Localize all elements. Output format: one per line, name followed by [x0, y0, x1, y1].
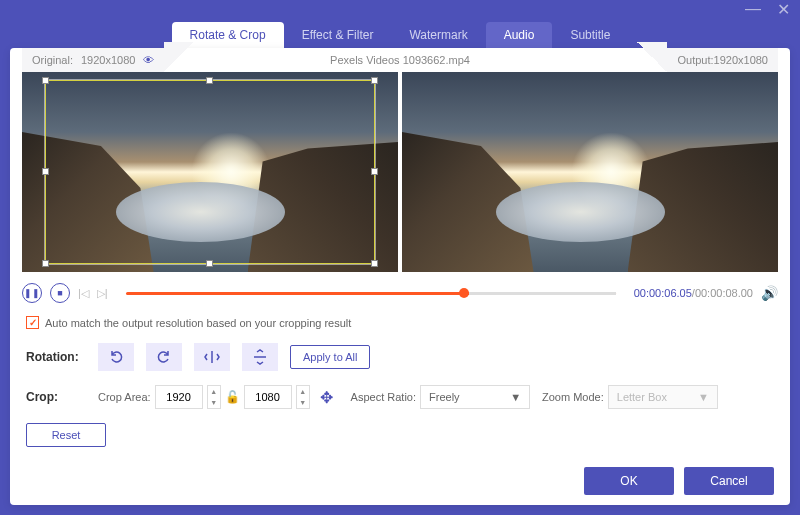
crop-handle-br[interactable] [371, 260, 378, 267]
zoom-label: Zoom Mode: [542, 391, 604, 403]
aspect-select[interactable]: Freely▼ [420, 385, 530, 409]
seek-slider[interactable] [126, 292, 616, 295]
tab-watermark[interactable]: Watermark [391, 22, 485, 48]
crop-handle-bl[interactable] [42, 260, 49, 267]
crop-handle-ml[interactable] [42, 168, 49, 175]
tab-effect-filter[interactable]: Effect & Filter [284, 22, 392, 48]
automatch-row: ✓ Auto match the output resolution based… [26, 316, 774, 329]
apply-to-all-button[interactable]: Apply to All [290, 345, 370, 369]
crop-height-spinner[interactable]: ▲▼ [296, 385, 310, 409]
tabs: Rotate & Crop Effect & Filter Watermark … [0, 18, 800, 48]
time-total: 00:00:08.00 [695, 287, 753, 299]
original-resolution: 1920x1080 [81, 54, 135, 66]
settings-body: ✓ Auto match the output resolution based… [10, 308, 790, 469]
cancel-button[interactable]: Cancel [684, 467, 774, 495]
volume-icon[interactable]: 🔊 [761, 285, 778, 301]
playback-controls: ❚❚ ■ |◁ ▷| 00:00:06.05/00:00:08.00 🔊 [10, 278, 790, 308]
rotate-right-button[interactable] [146, 343, 182, 371]
lock-aspect-icon[interactable]: 🔓 [225, 390, 240, 404]
reset-button[interactable]: Reset [26, 423, 106, 447]
zoom-select[interactable]: Letter Box▼ [608, 385, 718, 409]
position-icon[interactable]: ✥ [320, 388, 333, 407]
next-frame-button[interactable]: ▷| [97, 287, 108, 300]
titlebar: — ✕ [0, 0, 800, 18]
video-frame-out [402, 72, 778, 272]
app-window: — ✕ Rotate & Crop Effect & Filter Waterm… [0, 0, 800, 515]
tab-subtitle[interactable]: Subtitle [552, 22, 628, 48]
rotate-left-button[interactable] [98, 343, 134, 371]
crop-handle-mr[interactable] [371, 168, 378, 175]
crop-width-spinner[interactable]: ▲▼ [207, 385, 221, 409]
crop-handle-bc[interactable] [206, 260, 213, 267]
rotation-row: Rotation: Apply to All [26, 343, 774, 371]
ok-button[interactable]: OK [584, 467, 674, 495]
time-current: 00:00:06.05 [634, 287, 692, 299]
chevron-down-icon: ▼ [510, 391, 521, 403]
eye-icon[interactable]: 👁 [143, 54, 154, 66]
original-label: Original: [32, 54, 73, 66]
crop-row: Crop: Crop Area: ▲▼ 🔓 ▲▼ ✥ Aspect Ratio:… [26, 385, 774, 409]
rotation-label: Rotation: [26, 350, 86, 364]
reset-row: Reset [26, 423, 774, 447]
info-bar: Original: 1920x1080 👁 Pexels Videos 1093… [10, 48, 790, 72]
flip-vertical-button[interactable] [242, 343, 278, 371]
crop-handle-tl[interactable] [42, 77, 49, 84]
close-icon[interactable]: ✕ [777, 0, 790, 19]
crop-area-field: Crop Area: ▲▼ 🔓 ▲▼ ✥ [98, 385, 339, 409]
chevron-down-icon: ▼ [698, 391, 709, 403]
zoom-field: Zoom Mode: Letter Box▼ [542, 385, 718, 409]
preview-original[interactable] [22, 72, 398, 272]
main-panel: Original: 1920x1080 👁 Pexels Videos 1093… [10, 48, 790, 505]
minimize-icon[interactable]: — [745, 0, 761, 18]
automatch-checkbox[interactable]: ✓ [26, 316, 39, 329]
crop-label: Crop: [26, 390, 86, 404]
crop-area-label: Crop Area: [98, 391, 151, 403]
automatch-label: Auto match the output resolution based o… [45, 317, 351, 329]
stop-button[interactable]: ■ [50, 283, 70, 303]
tab-audio[interactable]: Audio [486, 22, 553, 48]
aspect-label: Aspect Ratio: [351, 391, 416, 403]
original-info: Original: 1920x1080 👁 [22, 48, 164, 72]
prev-frame-button[interactable]: |◁ [78, 287, 89, 300]
preview-output [402, 72, 778, 272]
crop-width-input[interactable] [155, 385, 203, 409]
output-info: Output: 1920x1080 [667, 48, 778, 72]
pause-button[interactable]: ❚❚ [22, 283, 42, 303]
flip-horizontal-button[interactable] [194, 343, 230, 371]
time-display: 00:00:06.05/00:00:08.00 [634, 287, 753, 299]
crop-handle-tr[interactable] [371, 77, 378, 84]
crop-height-input[interactable] [244, 385, 292, 409]
crop-handle-tc[interactable] [206, 77, 213, 84]
crop-box[interactable] [45, 80, 376, 264]
footer: OK Cancel [584, 467, 774, 495]
output-label: Output: [677, 54, 713, 66]
preview-area [10, 72, 790, 272]
aspect-field: Aspect Ratio: Freely▼ [351, 385, 530, 409]
output-resolution: 1920x1080 [714, 54, 768, 66]
